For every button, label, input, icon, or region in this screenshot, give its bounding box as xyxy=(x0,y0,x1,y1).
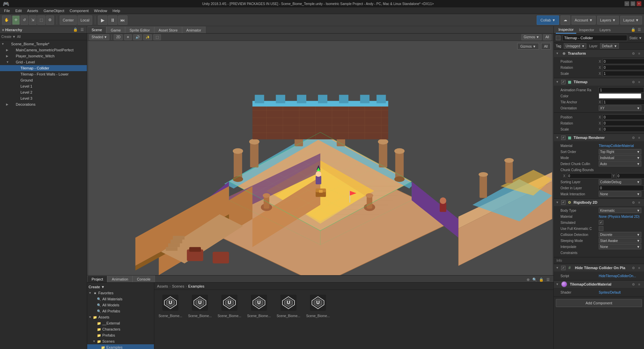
menu-file[interactable]: File xyxy=(1,7,13,14)
layers-button[interactable]: Layers ▼ xyxy=(597,16,619,24)
audio-button[interactable]: 🔊 xyxy=(133,34,142,40)
2d-button[interactable]: 2D xyxy=(114,34,123,40)
scale-x-input[interactable] xyxy=(603,71,644,76)
rotate-tool[interactable]: ↺ xyxy=(20,15,28,25)
fx-button[interactable]: ✨ xyxy=(143,34,152,40)
menu-assets[interactable]: Assets xyxy=(24,7,41,14)
proj-sidebar-item-assets[interactable]: ▼📁Assets xyxy=(87,314,154,320)
account-button[interactable]: Account ▼ xyxy=(572,16,596,24)
anchor-x-input[interactable] xyxy=(603,99,644,105)
hierarchy-eye-decorations[interactable] xyxy=(81,102,86,107)
hierarchy-eye-player[interactable] xyxy=(81,54,86,58)
layout-button[interactable]: Layout ▼ xyxy=(620,16,642,24)
tab-game[interactable]: Game xyxy=(106,27,125,33)
proj-sidebar-item-characters[interactable]: 📁Characters xyxy=(87,326,154,332)
add-component-button[interactable]: Add Component xyxy=(556,299,642,307)
collision-select[interactable]: Discrete ▼ xyxy=(599,232,641,237)
body-type-select[interactable]: Kinematic ▼ xyxy=(599,208,641,213)
sorting-layer-select[interactable]: ColliderDebug ▼ xyxy=(599,179,641,185)
cloud-button[interactable]: ☁ xyxy=(560,15,570,25)
transform-header[interactable]: ▼ ⊕ Transform ⚙ ≡ xyxy=(554,50,644,57)
inspector-lock-btn[interactable]: 🔒 xyxy=(631,27,636,33)
tab-asset-store[interactable]: Asset Store xyxy=(154,27,182,33)
hierarchy-item-tilemap-front[interactable]: Tilemap - Front Walls - Lower xyxy=(0,71,87,77)
path-assets[interactable]: Assets xyxy=(157,284,168,288)
project-file-file3[interactable]: U Scene_Biome... xyxy=(216,293,243,318)
hierarchy-menu-btn[interactable]: ☰ xyxy=(79,27,85,33)
color-swatch[interactable] xyxy=(599,93,641,99)
hierarchy-eye-level2[interactable] xyxy=(81,90,86,95)
tab-animation[interactable]: Animation xyxy=(107,276,132,282)
transform-overflow-btn[interactable]: ≡ xyxy=(637,51,642,56)
project-lock-btn[interactable]: 🔒 xyxy=(539,277,544,282)
hierarchy-item-maincam[interactable]: ▶MainCamera_IsometricPixelPerfect xyxy=(0,47,87,53)
minimize-button[interactable]: − xyxy=(625,1,629,6)
inspector-menu-btn[interactable]: ☰ xyxy=(637,27,642,33)
lighting-button[interactable]: ☀ xyxy=(124,34,132,40)
hide-tilemap-header[interactable]: ▼ ✓ # Hide Tilemap Collider On Pla ⚙ ≡ xyxy=(554,264,644,271)
tab-inspector[interactable]: Inspector xyxy=(556,26,576,34)
hierarchy-item-level2[interactable]: Level 2 xyxy=(0,89,87,95)
hierarchy-item-ground[interactable]: Ground xyxy=(0,77,87,83)
move-tool[interactable]: ✛ xyxy=(12,15,20,25)
step-button[interactable]: ⏭ xyxy=(118,15,127,25)
tab-scene[interactable]: Scene xyxy=(87,27,106,33)
hierarchy-eye-tilemap-collider[interactable] xyxy=(81,66,86,70)
sort-order-select[interactable]: Top Right ▼ xyxy=(599,149,641,154)
t-pos-x[interactable] xyxy=(603,114,644,120)
tilemap-header[interactable]: ▼ ✓ ▦ Tilemap ⚙ ≡ xyxy=(554,78,644,86)
full-kinematic-checkbox[interactable] xyxy=(599,226,603,231)
mask-select[interactable]: None ▼ xyxy=(599,191,641,197)
proj-create-row[interactable]: Create ▼ xyxy=(87,284,154,290)
tilemap-settings-btn[interactable]: ⚙ xyxy=(631,79,636,85)
hide-tilemap-check[interactable]: ✓ xyxy=(561,266,566,270)
rot-x-input[interactable] xyxy=(603,65,644,70)
tab-animator[interactable]: Animator xyxy=(182,27,206,33)
proj-sidebar-item-all-materials[interactable]: 🔍All Materials xyxy=(87,296,154,302)
hide-settings-btn[interactable]: ⚙ xyxy=(631,265,636,270)
material-settings-btn[interactable]: ⚙ xyxy=(631,282,636,287)
hierarchy-item-level3[interactable]: Level 3 xyxy=(0,95,87,101)
gizmos-button[interactable]: Gizmos ▼ xyxy=(521,34,542,40)
transform-tool[interactable]: ⚙ xyxy=(46,15,54,25)
renderer-enabled-check[interactable]: ✓ xyxy=(561,136,566,140)
pause-button[interactable]: ⏸ xyxy=(108,15,117,25)
simulated-checkbox[interactable]: ✓ xyxy=(599,220,603,225)
all-label-button[interactable]: All xyxy=(541,43,551,50)
interpolate-select[interactable]: None ▼ xyxy=(599,244,641,249)
renderer-settings-btn[interactable]: ⚙ xyxy=(631,135,636,140)
menu-edit[interactable]: Edit xyxy=(13,7,24,14)
hierarchy-item-decorations[interactable]: ▶Decorations xyxy=(0,101,87,107)
t-rot-x[interactable] xyxy=(603,120,644,126)
rigidbody-settings-btn[interactable]: ⚙ xyxy=(631,200,636,205)
sleeping-select[interactable]: Start Awake ▼ xyxy=(599,238,641,243)
proj-sidebar-item-all-prefabs[interactable]: 🔍All Prefabs xyxy=(87,308,154,314)
skybox-button[interactable]: ⬚ xyxy=(153,34,161,40)
tab-sprite-editor[interactable]: Sprite Editor xyxy=(125,27,154,33)
hierarchy-eye-scene[interactable] xyxy=(81,42,86,46)
transform-settings-btn[interactable]: ⚙ xyxy=(631,51,636,56)
rigidbody-overflow-btn[interactable]: ≡ xyxy=(637,200,642,205)
rigidbody-enabled-check[interactable]: ✓ xyxy=(561,200,566,205)
local-global-button[interactable]: Local xyxy=(77,15,92,25)
project-file-file4[interactable]: U Scene_Biome... xyxy=(246,293,272,318)
hierarchy-lock-btn[interactable]: 🔒 xyxy=(73,27,78,33)
proj-sidebar-item-examples[interactable]: 📁Examples xyxy=(87,344,154,349)
tilemap-overflow-btn[interactable]: ≡ xyxy=(637,79,642,85)
project-search-btn[interactable]: 🔍 xyxy=(532,277,537,282)
hand-tool[interactable]: ✋ xyxy=(2,15,11,25)
hierarchy-item-scene[interactable]: ▼Scene_Biome_Temple* xyxy=(0,41,87,47)
menu-component[interactable]: Component xyxy=(67,7,91,14)
detect-chunk-select[interactable]: Auto ▼ xyxy=(599,161,641,166)
path-scenes[interactable]: Scenes xyxy=(172,284,184,288)
hierarchy-eye-maincam[interactable] xyxy=(81,48,86,52)
tag-dropdown[interactable]: Untagged ▼ xyxy=(564,43,586,49)
order-layer-input[interactable] xyxy=(599,185,644,191)
scene-viewport[interactable]: Gizmos ▼ All xyxy=(87,41,553,275)
tab-console[interactable]: Console xyxy=(132,276,155,282)
close-button[interactable]: × xyxy=(637,1,641,6)
hierarchy-item-player[interactable]: ▶Player_Isometric_Witch xyxy=(0,53,87,59)
hierarchy-eye-level3[interactable] xyxy=(81,96,86,101)
project-collapse-btn[interactable]: ⊕ xyxy=(525,277,531,282)
hierarchy-eye-level1[interactable] xyxy=(81,84,86,89)
